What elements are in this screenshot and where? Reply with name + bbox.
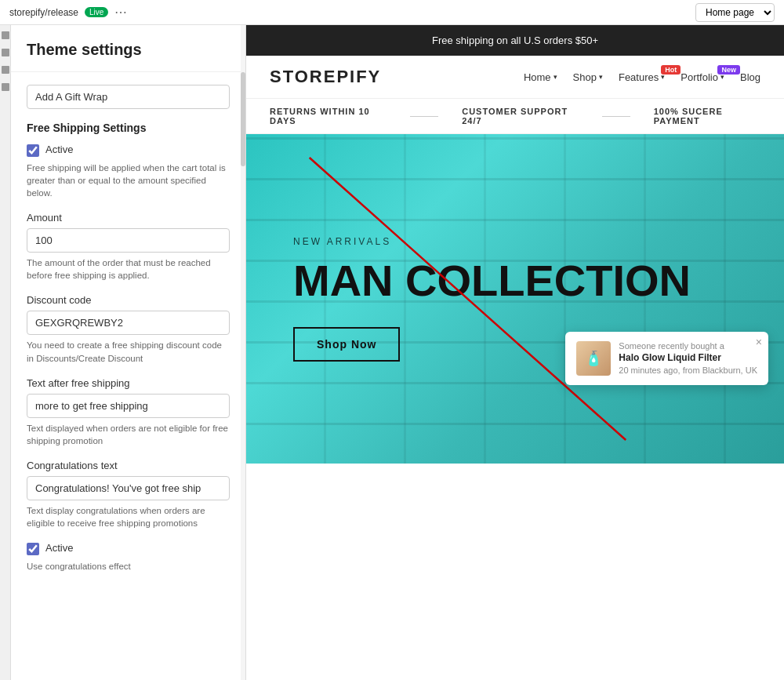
nav-blog[interactable]: Blog [740,71,760,83]
congrats-hint: Text display congratulations when orders… [27,504,230,529]
store-nav: STOREPIFY Home ▾ Shop ▾ Features ▾Hot Po… [246,56,784,99]
panel-title: Theme settings [27,41,230,59]
discount-label: Discount code [27,294,230,306]
active-label: Active [45,144,73,155]
popup-text-block: Someone recently bought a Halo Glow Liqu… [619,341,757,375]
gift-wrap-group [27,85,230,109]
popup-sub: Someone recently bought a [619,341,757,351]
active2-checkbox[interactable] [27,543,39,555]
main-content: Theme settings Free Shipping Settings Ac… [0,25,784,680]
side-icon-1[interactable] [2,31,9,39]
active2-group: Active Use congratulations effect [27,542,230,573]
hot-badge: Hot [661,65,681,75]
nav-portfolio[interactable]: Portfolio ▾New [681,71,724,83]
discount-input[interactable] [27,311,230,335]
hero-title: MAN COLLECTION [293,256,691,305]
trust-support: CUSTOMER SUPPORT 24/7 [462,107,578,125]
panel-header: Theme settings [11,25,245,72]
nav-home[interactable]: Home ▾ [524,71,557,83]
amount-input[interactable] [27,228,230,253]
side-icon-strip [0,25,11,680]
amount-label: Amount [27,212,230,224]
trust-returns: RETURNS WITHIN 10 DAYS [270,107,387,125]
congrats-input[interactable] [27,476,230,500]
free-shipping-section: Free Shipping Settings Active Free shipp… [27,122,230,199]
discount-hint: You need to create a free shipping disco… [27,339,230,364]
more-options-icon[interactable]: ⋯ [114,5,127,20]
amount-hint: The amount of the order that must be rea… [27,256,230,282]
popup-meta: 20 minutes ago, from Blackburn, UK [619,365,757,375]
popup-product-image: 🧴 [576,341,611,376]
new-badge: New [717,65,740,75]
announcement-text: Free shipping on all U.S orders $50+ [432,35,598,46]
store-logo: STOREPIFY [270,67,381,87]
trust-divider-2 [602,116,630,117]
amount-group: Amount The amount of the order that must… [27,212,230,282]
congrats-group: Congratulations text Text display congra… [27,460,230,529]
nav-shop[interactable]: Shop ▾ [573,71,603,83]
text-after-label: Text after free shipping [27,377,230,389]
trust-bar: RETURNS WITHIN 10 DAYS CUSTOMER SUPPORT … [246,99,784,134]
active-checkbox[interactable] [27,144,39,157]
home-chevron-icon: ▾ [554,73,557,81]
shop-now-button[interactable]: Shop Now [293,327,400,362]
nav-features[interactable]: Features ▾Hot [619,71,665,83]
popup-close-button[interactable]: × [756,336,762,347]
announcement-bar: Free shipping on all U.S orders $50+ [246,25,784,56]
active2-checkbox-row: Active [27,542,230,555]
text-after-group: Text after free shipping Text displayed … [27,377,230,447]
trust-payment: 100% SUCERE PAYMENT [654,107,760,125]
text-after-hint: Text displayed when orders are not eligi… [27,422,230,447]
top-bar: storepify/release Live ⋯ Home page [0,0,784,25]
top-bar-left: storepify/release Live ⋯ [9,5,127,20]
store-url: storepify/release [9,7,78,18]
side-icon-4[interactable] [2,83,9,91]
active-hint: Free shipping will be applied when the c… [27,162,230,199]
nav-links: Home ▾ Shop ▾ Features ▾Hot Portfolio ▾N… [524,71,760,83]
settings-panel: Theme settings Free Shipping Settings Ac… [11,25,246,680]
hero-section: NEW ARRIVALS MAN COLLECTION Shop Now 🧴 S… [246,134,784,464]
portfolio-chevron-icon: ▾ [720,73,724,81]
popup-notification: 🧴 Someone recently bought a Halo Glow Li… [565,332,768,385]
scrollbar-track [241,25,245,680]
top-bar-right: Home page [695,3,775,22]
scrollbar-thumb[interactable] [241,72,245,166]
congrats-label: Congratulations text [27,460,230,471]
panel-body: Free Shipping Settings Active Free shipp… [11,72,245,598]
free-shipping-title: Free Shipping Settings [27,122,230,134]
active2-label: Active [45,542,73,554]
trust-divider-1 [410,116,438,117]
shop-chevron-icon: ▾ [599,73,603,81]
side-icon-2[interactable] [2,49,9,56]
preview-area: Free shipping on all U.S orders $50+ STO… [246,25,784,680]
gift-wrap-input[interactable] [27,85,230,109]
popup-product-title: Halo Glow Liquid Filter [619,352,757,363]
side-icon-3[interactable] [2,66,9,74]
live-badge: Live [85,7,108,17]
active2-hint: Use congratulations effect [27,560,230,573]
active-checkbox-row: Active [27,144,230,157]
hero-subtitle: NEW ARRIVALS [293,236,691,247]
store-preview: Free shipping on all U.S orders $50+ STO… [246,25,784,680]
discount-group: Discount code You need to create a free … [27,294,230,364]
features-chevron-icon: ▾ [661,73,665,81]
text-after-input[interactable] [27,394,230,418]
page-selector[interactable]: Home page [695,3,775,22]
